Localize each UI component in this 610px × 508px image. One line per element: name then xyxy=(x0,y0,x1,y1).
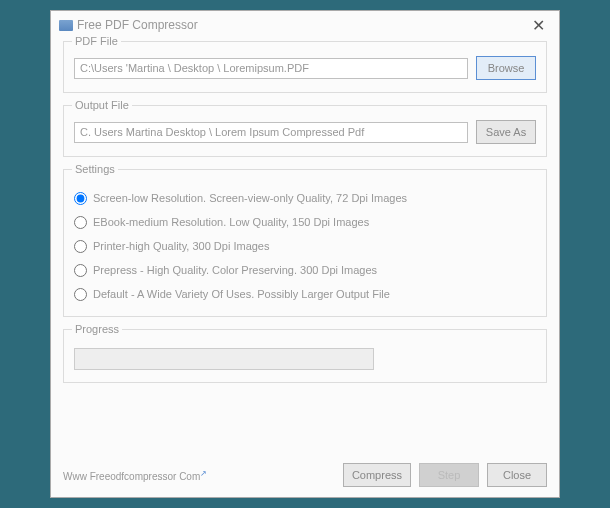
titlebar: Free PDF Compressor ✕ xyxy=(51,11,559,39)
browse-button[interactable]: Browse xyxy=(476,56,536,80)
pdf-file-group: PDF File Browse xyxy=(63,41,547,93)
radio-default-label[interactable]: Default - A Wide Variety Of Uses. Possib… xyxy=(93,288,390,300)
step-button[interactable]: Step xyxy=(419,463,479,487)
radio-printer[interactable] xyxy=(74,240,87,253)
radio-screen[interactable] xyxy=(74,192,87,205)
pdf-file-label: PDF File xyxy=(72,35,121,47)
progress-bar xyxy=(74,348,374,370)
radio-screen-label[interactable]: Screen-low Resolution. Screen-view-only … xyxy=(93,192,407,204)
radio-printer-label[interactable]: Printer-high Quality, 300 Dpi Images xyxy=(93,240,270,252)
settings-group: Settings Screen-low Resolution. Screen-v… xyxy=(63,169,547,317)
app-title: Free PDF Compressor xyxy=(77,18,198,32)
settings-label: Settings xyxy=(72,163,118,175)
pdf-file-input[interactable] xyxy=(74,58,468,79)
close-window-button[interactable]: ✕ xyxy=(525,15,551,35)
radio-ebook[interactable] xyxy=(74,216,87,229)
radio-ebook-label[interactable]: EBook-medium Resolution. Low Quality, 15… xyxy=(93,216,369,228)
close-button[interactable]: Close xyxy=(487,463,547,487)
app-window: Free PDF Compressor ✕ PDF File Browse Ou… xyxy=(50,10,560,498)
output-file-group: Output File Save As xyxy=(63,105,547,157)
footer: Www Freeodfcompressor Com↗ Compress Step… xyxy=(51,453,559,497)
website-link[interactable]: Www Freeodfcompressor Com↗ xyxy=(63,468,207,482)
radio-prepress[interactable] xyxy=(74,264,87,277)
close-icon: ✕ xyxy=(532,16,545,35)
progress-group: Progress xyxy=(63,329,547,383)
save-as-button[interactable]: Save As xyxy=(476,120,536,144)
radio-prepress-label[interactable]: Prepress - High Quality. Color Preservin… xyxy=(93,264,377,276)
progress-label: Progress xyxy=(72,323,122,335)
window-body: PDF File Browse Output File Save As Sett… xyxy=(51,39,559,453)
app-folder-icon xyxy=(59,20,73,31)
output-file-input[interactable] xyxy=(74,122,468,143)
compress-button[interactable]: Compress xyxy=(343,463,411,487)
output-file-label: Output File xyxy=(72,99,132,111)
radio-default[interactable] xyxy=(74,288,87,301)
